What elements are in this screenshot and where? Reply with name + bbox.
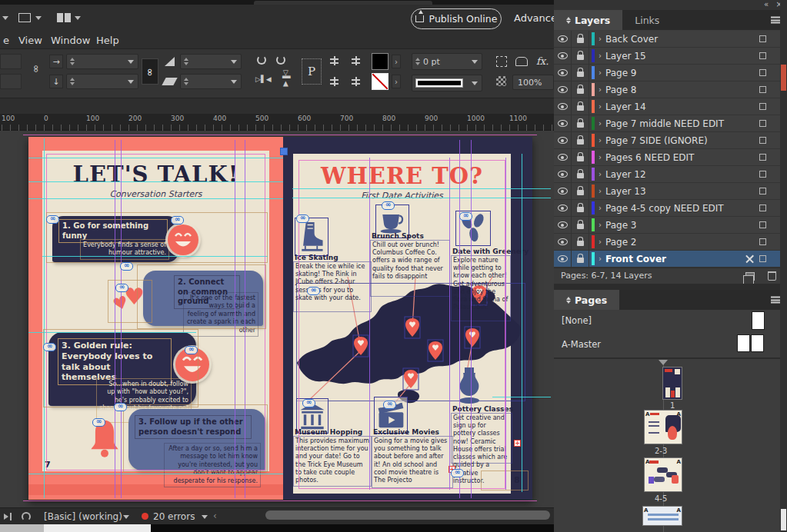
tab-links[interactable]: Links [622,10,672,30]
unlink-icon[interactable]: ∞ [31,65,42,73]
horizontal-scrollbar[interactable] [265,510,550,520]
layer-row[interactable]: › Page 7 middle NEED EDIT [554,115,780,132]
layer-select-square[interactable] [759,69,766,76]
layer-row[interactable]: › Back Cover [554,31,780,48]
layer-row[interactable]: › Page 3 [554,217,780,234]
master-a-thumbnail[interactable] [737,334,750,352]
flip-horizontal-icon[interactable]: ▷▌◀ [255,75,272,83]
stroke-options-button[interactable]: › [392,75,401,88]
disclosure-icon[interactable]: › [599,85,602,94]
lock-icon[interactable] [577,88,584,94]
visibility-eye-icon[interactable] [558,154,568,161]
lock-icon[interactable] [577,258,584,263]
disclosure-icon[interactable]: › [599,119,602,128]
empty-frame[interactable] [108,280,152,323]
visibility-eye-icon[interactable] [558,52,568,59]
y-position-field[interactable] [0,74,22,89]
layer-select-square[interactable] [759,204,766,211]
disclosure-icon[interactable]: › [599,170,602,178]
layer-name[interactable]: Layer 15 [605,51,646,62]
visibility-eye-icon[interactable] [558,238,568,245]
disclosure-icon[interactable]: › [599,68,602,77]
content-link-icon[interactable] [92,418,105,427]
chevron-down-icon[interactable] [35,16,42,20]
content-link-icon[interactable] [185,346,198,354]
layer-row[interactable]: › Layer 14 [554,98,780,115]
content-link-icon[interactable] [120,262,133,271]
overset-text-marker[interactable] [514,440,521,447]
panel-scrollbar[interactable] [780,0,787,532]
spread-6-7-thumbnail[interactable]: A A [642,506,682,526]
layer-row[interactable]: › Page 8 [554,81,780,98]
rounded-corner-icon[interactable] [515,57,528,66]
width-field[interactable] [66,54,138,69]
x-position-field[interactable] [0,54,22,69]
disclosure-icon[interactable]: › [599,238,602,246]
chevron-down-icon[interactable] [2,16,8,20]
lock-icon[interactable] [577,71,584,77]
menu-window[interactable]: Window [51,35,90,46]
lock-icon[interactable] [577,38,584,43]
spread-2-3-thumbnail[interactable]: A A [644,410,682,444]
content-link-icon[interactable] [46,215,59,224]
disclosure-icon[interactable]: › [599,35,602,43]
tab-pages[interactable]: Pages [554,290,619,310]
layer-name[interactable]: Page 9 [605,68,637,78]
lock-icon[interactable] [577,173,584,178]
flip-vertical-icon[interactable]: ▷▌◀ [282,71,290,87]
stroke-weight-field[interactable]: 0 pt [412,53,482,70]
fill-options-button[interactable]: › [392,55,401,68]
spread-4-5-label[interactable]: 4-5 [655,494,667,503]
empty-frame[interactable] [137,264,266,329]
layer-name[interactable]: Back Cover [605,34,658,45]
disclosure-icon[interactable]: › [599,254,602,263]
height-field[interactable] [66,74,138,89]
page-1-thumbnail[interactable] [662,367,682,400]
layer-select-square[interactable] [759,52,766,59]
layer-select-square[interactable] [759,103,766,110]
disclosure-icon[interactable]: › [599,136,602,145]
layer-row[interactable]: › Layer 15 [554,48,780,65]
collapse-panel-icon[interactable]: « [764,0,769,8]
layer-name[interactable]: Page 4-5 copy NEED EDIT [605,203,724,214]
layer-row[interactable]: › Page 9 [554,65,780,81]
layer-select-square[interactable] [759,120,766,127]
rotate-cw-icon[interactable] [257,55,266,65]
publish-online-button[interactable]: Publish Online [411,8,502,29]
layer-name[interactable]: Layer 12 [605,169,646,180]
lock-icon[interactable] [577,190,584,195]
panel-divider[interactable] [554,284,787,290]
chevron-down-icon[interactable] [75,16,81,20]
lock-icon[interactable] [577,207,584,212]
lock-icon[interactable] [577,139,584,145]
layer-name[interactable]: Page 7 middle NEED EDIT [605,118,724,129]
visibility-eye-icon[interactable] [558,69,568,76]
master-none-thumbnail[interactable] [752,311,765,330]
disclosure-icon[interactable]: › [599,221,602,229]
spread-4-5-thumbnail[interactable]: A A [644,457,682,492]
layer-name[interactable]: Page 2 [605,237,637,248]
tab-layers[interactable]: Layers [554,10,622,30]
menu-help[interactable]: Help [96,35,119,46]
content-link-icon[interactable] [115,284,128,292]
preflight-rotate-icon[interactable] [22,512,31,521]
effects-fx-button[interactable]: fx. [536,55,549,67]
visibility-eye-icon[interactable] [558,221,568,228]
rotation-angle-field[interactable] [180,54,242,69]
content-link-icon[interactable] [307,287,320,295]
screen-mode-icon[interactable] [57,13,63,22]
layer-name[interactable]: Layer 13 [605,186,646,197]
master-a-thumbnail[interactable] [751,334,764,352]
layer-name[interactable]: Page 3 [605,220,637,231]
layer-row[interactable]: › Page 4-5 copy NEED EDIT [554,200,780,217]
shear-field[interactable] [180,74,242,89]
content-link-icon[interactable] [383,401,396,409]
content-link-icon[interactable] [451,469,464,477]
lock-icon[interactable] [577,224,584,229]
content-link-icon[interactable] [296,214,309,223]
spread-2-3-label[interactable]: 2-3 [655,447,667,455]
opacity-field[interactable]: 100% [512,75,554,90]
visibility-eye-icon[interactable] [558,120,568,127]
content-link-icon[interactable] [43,343,56,351]
visibility-eye-icon[interactable] [558,103,568,110]
